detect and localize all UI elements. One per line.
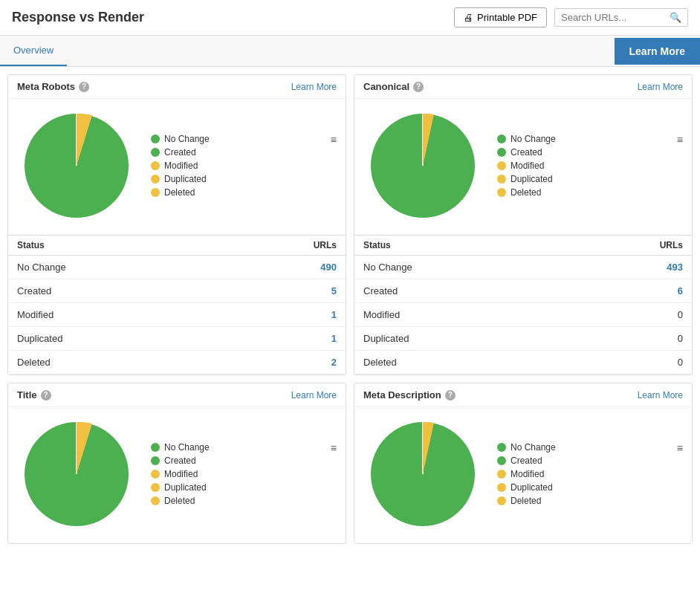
legend-item-modified: Modified [151, 469, 210, 479]
modified-dot [151, 470, 160, 479]
card-title-header: Title ? Learn More [8, 383, 346, 407]
card-meta-description: Meta Description ? Learn More No Ch [354, 383, 693, 544]
table-row: Modified 0 [354, 303, 692, 327]
no-change-dot [497, 134, 506, 143]
legend-item-deleted: Deleted [497, 187, 556, 198]
table-row: Duplicated 1 [8, 327, 346, 351]
meta-robots-chart-area: No Change Created Modified Duplicat [8, 99, 346, 235]
deleted-dot [497, 496, 506, 505]
legend-item-no-change: No Change [151, 442, 210, 453]
urls-col-header: URLs [217, 236, 346, 256]
meta-desc-menu-icon[interactable]: ≡ [677, 442, 683, 454]
canonical-help-icon[interactable]: ? [413, 82, 424, 92]
no-change-dot [151, 134, 160, 143]
deleted-dot [497, 188, 506, 197]
meta-robots-legend-items: No Change Created Modified Duplicat [151, 134, 210, 201]
legend-item-created: Created [151, 147, 210, 158]
title-menu-icon[interactable]: ≡ [331, 442, 337, 454]
canonical-menu-icon[interactable]: ≡ [677, 134, 683, 146]
table-row: Duplicated 0 [354, 327, 692, 351]
urls-col-header: URLs [563, 236, 692, 256]
tab-overview[interactable]: Overview [0, 36, 67, 66]
deleted-dot [151, 188, 160, 197]
search-icon: 🔍 [670, 12, 681, 23]
created-dot [151, 148, 160, 157]
legend-item-deleted: Deleted [151, 187, 210, 198]
meta-desc-legend-items: No Change Created Modified Duplicat [497, 442, 556, 509]
meta-robots-pie [17, 106, 136, 227]
canonical-chart-area: No Change Created Modified Duplicat [354, 99, 692, 235]
nav-bar: Overview Learn More [0, 36, 700, 67]
card-meta-description-header: Meta Description ? Learn More [354, 383, 692, 407]
canonical-legend: No Change Created Modified Duplicat [497, 134, 683, 201]
legend-item-deleted: Deleted [151, 496, 210, 506]
legend-item-duplicated: Duplicated [497, 174, 556, 184]
card-canonical-title: Canonical ? [363, 81, 424, 92]
duplicated-dot [151, 483, 160, 492]
table-row: Created 5 [8, 279, 346, 303]
meta-robots-menu-icon[interactable]: ≡ [331, 134, 337, 146]
title-learn-more[interactable]: Learn More [291, 390, 337, 401]
card-canonical-header: Canonical ? Learn More [354, 75, 692, 99]
table-row: Modified 1 [8, 303, 346, 327]
card-meta-description-title: Meta Description ? [363, 389, 456, 401]
search-box[interactable]: 🔍 [554, 8, 688, 27]
canonical-legend-items: No Change Created Modified Duplicat [497, 134, 556, 201]
meta-robots-help-icon[interactable]: ? [79, 82, 89, 92]
duplicated-dot [151, 175, 160, 184]
print-icon: 🖨 [464, 12, 473, 23]
card-title-title: Title ? [17, 389, 51, 401]
meta-desc-pie [363, 415, 482, 536]
meta-desc-help-icon[interactable]: ? [445, 390, 456, 401]
meta-desc-legend: No Change Created Modified Duplicat [497, 442, 683, 509]
card-meta-robots-title: Meta Robots ? [17, 81, 89, 92]
legend-item-no-change: No Change [151, 134, 210, 144]
meta-robots-legend: No Change Created Modified Duplicat [151, 134, 337, 201]
title-chart-area: No Change Created Modified Duplicat [8, 407, 346, 543]
status-col-header: Status [8, 236, 217, 256]
header: Response vs Render 🖨 Printable PDF 🔍 [0, 0, 700, 36]
printable-pdf-button[interactable]: 🖨 Printable PDF [454, 7, 547, 27]
table-row: No Change 493 [354, 256, 692, 279]
table-row: Created 6 [354, 279, 692, 303]
main-content: Meta Robots ? Learn More [0, 67, 700, 551]
no-change-dot [497, 443, 506, 452]
deleted-dot [151, 496, 160, 505]
meta-robots-table: Status URLs No Change 490 Created 5 Modi… [8, 235, 346, 375]
title-help-icon[interactable]: ? [41, 390, 51, 401]
header-actions: 🖨 Printable PDF 🔍 [454, 7, 688, 27]
canonical-learn-more[interactable]: Learn More [638, 82, 683, 92]
legend-item-duplicated: Duplicated [151, 174, 210, 184]
modified-dot [151, 161, 160, 170]
table-row: No Change 490 [8, 256, 346, 279]
created-dot [497, 148, 506, 157]
legend-item-no-change: No Change [497, 134, 556, 144]
modified-dot [497, 161, 506, 170]
legend-item-created: Created [497, 147, 556, 158]
no-change-dot [151, 443, 160, 452]
legend-item-deleted: Deleted [497, 496, 556, 506]
table-row: Deleted 2 [8, 351, 346, 375]
card-canonical: Canonical ? Learn More No Change [354, 74, 693, 375]
duplicated-dot [497, 483, 506, 492]
legend-item-duplicated: Duplicated [151, 482, 210, 493]
legend-item-no-change: No Change [497, 442, 556, 453]
legend-item-modified: Modified [151, 161, 210, 171]
status-col-header: Status [354, 236, 563, 256]
card-title: Title ? Learn More No Change [7, 383, 346, 544]
legend-item-created: Created [151, 455, 210, 466]
title-legend: No Change Created Modified Duplicat [151, 442, 337, 509]
nav-learn-more-button[interactable]: Learn More [615, 38, 700, 65]
created-dot [497, 456, 506, 465]
title-legend-items: No Change Created Modified Duplicat [151, 442, 210, 509]
card-meta-robots: Meta Robots ? Learn More [7, 74, 346, 375]
legend-item-duplicated: Duplicated [497, 482, 556, 493]
meta-description-learn-more[interactable]: Learn More [638, 390, 683, 401]
duplicated-dot [497, 175, 506, 184]
search-input[interactable] [561, 12, 670, 23]
legend-item-created: Created [497, 455, 556, 466]
modified-dot [497, 470, 506, 479]
legend-item-modified: Modified [497, 469, 556, 479]
meta-robots-learn-more[interactable]: Learn More [291, 82, 337, 92]
canonical-table: Status URLs No Change 493 Created 6 Modi… [354, 235, 692, 375]
